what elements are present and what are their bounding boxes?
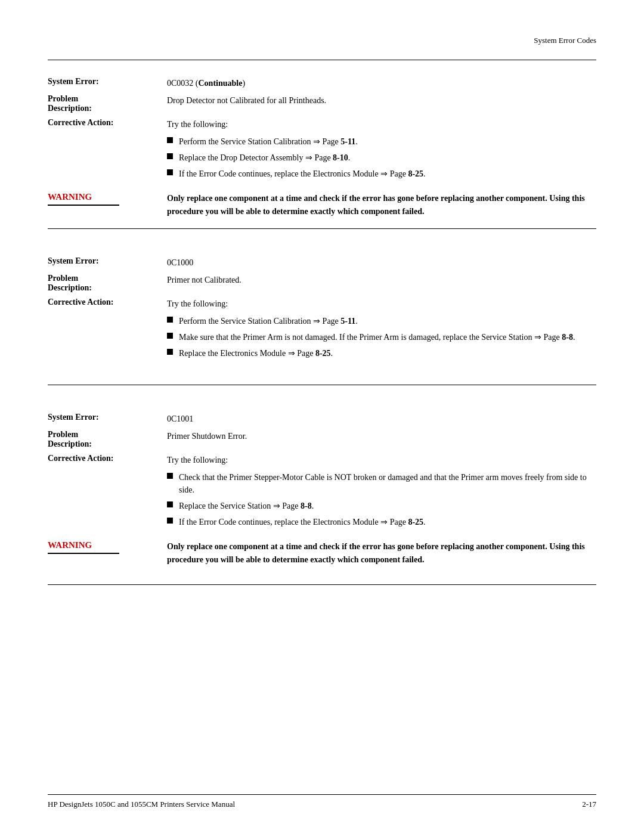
- bullet-text: Perform the Service Station Calibration …: [179, 135, 358, 148]
- warning-label-text-3: WARNING: [48, 540, 155, 550]
- problem-row-1: ProblemDescription: Drop Detector not Ca…: [48, 94, 596, 113]
- corrective-intro-3: Try the following:: [167, 454, 596, 466]
- header-title: System Error Codes: [534, 36, 596, 45]
- bullet-text: Perform the Service Station Calibration …: [179, 315, 358, 327]
- footer-left: HP DesignJets 1050C and 1055CM Printers …: [48, 800, 235, 809]
- bullet-icon: [167, 349, 173, 355]
- bullet-item: Replace the Service Station ⇒ Page 8-8.: [167, 500, 596, 512]
- bullet-icon: [167, 518, 173, 524]
- error-section-1: System Error: 0C0032 (Continuable) Probl…: [48, 60, 596, 218]
- bullet-text: If the Error Code continues, replace the…: [179, 516, 426, 528]
- system-error-value-3: 0C1001: [167, 413, 596, 425]
- bullet-text: If the Error Code continues, replace the…: [179, 168, 426, 180]
- corrective-value-2: Try the following: Perform the Service S…: [167, 298, 596, 363]
- corrective-row-2: Corrective Action: Try the following: Pe…: [48, 298, 596, 363]
- bullet-list-2: Perform the Service Station Calibration …: [167, 315, 596, 360]
- problem-label-3: ProblemDescription:: [48, 430, 167, 449]
- bullet-text: Replace the Drop Detector Assembly ⇒ Pag…: [179, 151, 350, 164]
- problem-row-2: ProblemDescription: Primer not Calibrate…: [48, 274, 596, 293]
- system-error-row-2: System Error: 0C1000: [48, 256, 596, 269]
- system-error-value-1: 0C0032 (Continuable): [167, 77, 596, 89]
- error-section-3: System Error: 0C1001 ProblemDescription:…: [48, 385, 596, 566]
- footer-right: 2-17: [582, 800, 596, 809]
- error-section-2: System Error: 0C1000 ProblemDescription:…: [48, 228, 596, 385]
- bullet-icon: [167, 333, 173, 339]
- bullet-icon: [167, 473, 173, 479]
- bullet-icon: [167, 169, 173, 175]
- warning-label-col-1: WARNING: [48, 192, 167, 206]
- system-error-row-3: System Error: 0C1001: [48, 413, 596, 425]
- corrective-row-3: Corrective Action: Try the following: Ch…: [48, 454, 596, 532]
- bullet-item: Make sure that the Primer Arm is not dam…: [167, 331, 596, 343]
- bullet-item: If the Error Code continues, replace the…: [167, 168, 596, 180]
- bullet-item: Perform the Service Station Calibration …: [167, 315, 596, 327]
- system-error-label-3: System Error:: [48, 413, 167, 422]
- bullet-icon: [167, 153, 173, 159]
- warning-text-1: Only replace one component at a time and…: [167, 192, 596, 218]
- system-error-value-2: 0C1000: [167, 256, 596, 269]
- bullet-item: Check that the Primer Stepper-Motor Cabl…: [167, 471, 596, 496]
- corrective-intro-1: Try the following:: [167, 118, 596, 131]
- bullet-item: Replace the Drop Detector Assembly ⇒ Pag…: [167, 151, 596, 164]
- section-divider-3: [48, 385, 596, 396]
- corrective-intro-2: Try the following:: [167, 298, 596, 310]
- warning-label-text-1: WARNING: [48, 192, 155, 202]
- corrective-value-1: Try the following: Perform the Service S…: [167, 118, 596, 184]
- problem-value-1: Drop Detector not Calibrated for all Pri…: [167, 94, 596, 107]
- problem-row-3: ProblemDescription: Primer Shutdown Erro…: [48, 430, 596, 449]
- corrective-label-1: Corrective Action:: [48, 118, 167, 128]
- problem-label-1: ProblemDescription:: [48, 94, 167, 113]
- section-divider-2: [48, 228, 596, 240]
- bullet-item: If the Error Code continues, replace the…: [167, 516, 596, 528]
- bottom-rule: [48, 584, 596, 585]
- system-error-label-1: System Error:: [48, 77, 167, 86]
- warning-underline-3: [48, 553, 119, 554]
- corrective-row-1: Corrective Action: Try the following: Pe…: [48, 118, 596, 184]
- system-error-label-2: System Error:: [48, 256, 167, 266]
- bullet-icon: [167, 317, 173, 323]
- bullet-list-3: Check that the Primer Stepper-Motor Cabl…: [167, 471, 596, 528]
- warning-text-3: Only replace one component at a time and…: [167, 540, 596, 566]
- warning-underline-1: [48, 205, 119, 206]
- corrective-value-3: Try the following: Check that the Primer…: [167, 454, 596, 532]
- corrective-label-2: Corrective Action:: [48, 298, 167, 307]
- system-error-row-1: System Error: 0C0032 (Continuable): [48, 77, 596, 89]
- bullet-item: Replace the Electronics Module ⇒ Page 8-…: [167, 347, 596, 360]
- page-header: System Error Codes: [48, 36, 596, 48]
- bullet-text: Make sure that the Primer Arm is not dam…: [179, 331, 575, 343]
- corrective-label-3: Corrective Action:: [48, 454, 167, 463]
- bullet-icon: [167, 137, 173, 143]
- bullet-icon: [167, 501, 173, 507]
- problem-label-2: ProblemDescription:: [48, 274, 167, 293]
- problem-value-3: Primer Shutdown Error.: [167, 430, 596, 442]
- warning-label-col-3: WARNING: [48, 540, 167, 554]
- bullet-text: Check that the Primer Stepper-Motor Cabl…: [179, 471, 596, 496]
- problem-value-2: Primer not Calibrated.: [167, 274, 596, 286]
- bullet-list-1: Perform the Service Station Calibration …: [167, 135, 596, 180]
- bullet-item: Perform the Service Station Calibration …: [167, 135, 596, 148]
- warning-row-3: WARNING Only replace one component at a …: [48, 540, 596, 566]
- warning-row-1: WARNING Only replace one component at a …: [48, 192, 596, 218]
- bullet-text: Replace the Electronics Module ⇒ Page 8-…: [179, 347, 333, 360]
- page-footer: HP DesignJets 1050C and 1055CM Printers …: [48, 794, 596, 809]
- page-container: System Error Codes System Error: 0C0032 …: [0, 0, 644, 833]
- bullet-text: Replace the Service Station ⇒ Page 8-8.: [179, 500, 314, 512]
